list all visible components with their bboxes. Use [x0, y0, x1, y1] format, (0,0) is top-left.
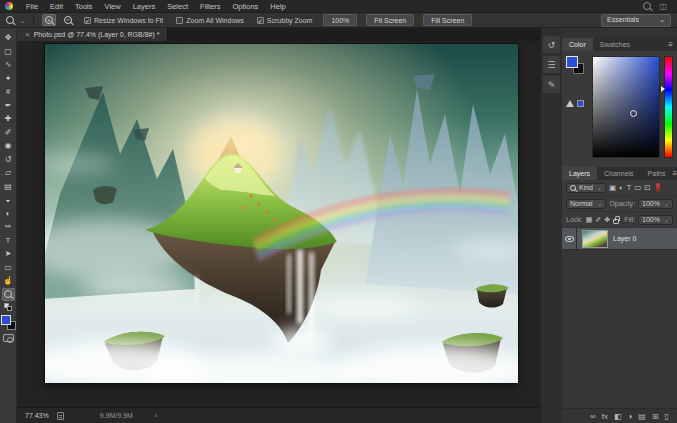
lock-transparency-icon[interactable]: ▦ [586, 216, 593, 224]
filter-pixel-layers-icon[interactable]: ▣ [609, 183, 616, 192]
libraries-panel-icon[interactable]: ✎ [543, 76, 560, 93]
tab-color[interactable]: Color [562, 38, 593, 51]
color-picker-cursor[interactable] [630, 110, 637, 117]
hue-slider-marker[interactable] [661, 86, 665, 92]
crop-tool[interactable]: # [2, 85, 15, 99]
lasso-tool[interactable]: ∿ [2, 58, 15, 72]
pasteboard[interactable] [17, 41, 541, 420]
tab-channels[interactable]: Channels [597, 167, 641, 180]
status-options-arrow-icon[interactable]: › [155, 411, 158, 420]
checkbox-box[interactable] [257, 17, 264, 24]
history-brush-tool[interactable]: ↺ [2, 153, 15, 167]
checkbox-box[interactable] [176, 17, 183, 24]
type-tool[interactable]: T [2, 234, 15, 248]
filter-smart-objects-icon[interactable]: ⊡ [644, 183, 650, 192]
panel-menu-icon[interactable]: ≡ [673, 167, 677, 180]
color-picker-field[interactable] [592, 56, 660, 158]
layer-effects-icon[interactable]: fx [602, 409, 608, 423]
zoom-out-button[interactable]: − [61, 14, 75, 26]
tab-layers[interactable]: Layers [562, 167, 597, 180]
canvas-image[interactable] [45, 44, 518, 383]
zoom-100-button[interactable]: 100% [323, 14, 357, 26]
fit-screen-button[interactable]: Fit Screen [366, 14, 414, 26]
new-group-icon[interactable]: ▤ [638, 409, 646, 423]
move-tool[interactable]: ✥ [2, 31, 15, 45]
dodge-tool[interactable]: ◐ [2, 207, 15, 221]
blend-mode-select[interactable]: Normal ⌄ [566, 199, 606, 209]
hue-slider[interactable] [664, 56, 673, 158]
clone-stamp-tool[interactable]: ◉ [2, 139, 15, 153]
quick-mask-icon[interactable] [3, 334, 14, 342]
filter-adjustment-layers-icon[interactable]: ◐ [619, 183, 624, 192]
lock-all-icon[interactable] [613, 219, 619, 224]
layer-thumbnail[interactable] [582, 230, 608, 248]
rectangle-tool[interactable]: ▭ [2, 261, 15, 275]
menu-tools[interactable]: Tools [69, 0, 99, 13]
panel-menu-icon[interactable]: ≡ [668, 38, 677, 51]
add-layer-mask-icon[interactable]: ◧ [614, 409, 622, 423]
zoom-in-button[interactable]: + [42, 14, 56, 26]
resize-windows-to-fit-checkbox[interactable]: Resize Windows to Fit [84, 17, 163, 24]
menu-filters[interactable]: Filters [194, 0, 226, 13]
quick-selection-tool[interactable]: ✦ [2, 72, 15, 86]
menu-options[interactable]: Options [226, 0, 264, 13]
opacity-select[interactable]: 100% ⌄ [638, 199, 673, 209]
filter-type-layers-icon[interactable]: T [627, 183, 632, 192]
lock-position-icon[interactable]: ✥ [604, 216, 610, 224]
foreground-color-swatch[interactable] [1, 315, 11, 325]
brush-tool[interactable]: ✐ [2, 126, 15, 140]
filter-shape-layers-icon[interactable]: ▭ [634, 183, 641, 192]
web-safe-color-icon[interactable] [577, 100, 584, 107]
history-panel-icon[interactable]: ↺ [543, 36, 560, 53]
delete-layer-icon[interactable]: ▯ [665, 409, 669, 423]
lock-row: Lock: ▦ ✐ ✥ Fill: 100% ⌄ [562, 212, 677, 228]
menu-view[interactable]: View [99, 0, 127, 13]
workspace-layout-icon[interactable]: ◫ [659, 2, 667, 11]
rectangular-marquee-tool[interactable]: ▢ [2, 45, 15, 59]
zoom-level-field[interactable]: 77.43% [25, 412, 49, 419]
pen-tool[interactable]: ✑ [2, 220, 15, 234]
blur-tool[interactable]: ◒ [2, 193, 15, 207]
zoom-tool[interactable] [2, 288, 15, 302]
zoom-tool-preset-icon[interactable] [6, 16, 14, 24]
tab-swatches[interactable]: Swatches [593, 38, 637, 51]
link-layers-icon[interactable]: ∞ [590, 409, 596, 423]
scrubby-zoom-checkbox[interactable]: Scrubby Zoom [257, 17, 313, 24]
healing-brush-tool[interactable]: ✚ [2, 112, 15, 126]
menu-edit[interactable]: Edit [44, 0, 69, 13]
fill-screen-button[interactable]: Fill Screen [423, 14, 472, 26]
menu-help[interactable]: Help [264, 0, 291, 13]
menu-select[interactable]: Select [161, 0, 194, 13]
close-icon[interactable]: × [25, 30, 30, 39]
properties-panel-icon[interactable]: ☰ [543, 56, 560, 73]
new-adjustment-layer-icon[interactable]: ◑ [627, 409, 632, 423]
checkbox-box[interactable] [84, 17, 91, 24]
layer-row[interactable]: Layer 0 [562, 228, 677, 250]
eraser-tool[interactable]: ▱ [2, 166, 15, 180]
new-layer-icon[interactable]: ⊞ [652, 409, 659, 423]
fill-select[interactable]: 100% ⌄ [638, 215, 673, 225]
search-icon[interactable] [643, 2, 651, 10]
filter-kind-select[interactable]: Kind ⌄ [566, 183, 606, 193]
path-selection-tool[interactable]: ➤ [2, 247, 15, 261]
workspace-switcher[interactable]: Essentials ⌄ [601, 14, 671, 27]
document-tab[interactable]: × Photo.psd @ 77.4% (Layer 0, RGB/8#) * [17, 28, 168, 41]
collapsed-panels-strip: ↺ ☰ ✎ [541, 28, 562, 423]
tool-preset-caret-icon[interactable]: ⌄ [20, 17, 25, 24]
gamut-warning-icon[interactable] [566, 100, 574, 107]
lock-pixels-icon[interactable]: ✐ [595, 216, 601, 224]
page-icon [57, 412, 64, 420]
hand-tool[interactable]: ☝ [2, 274, 15, 288]
tool-glyph: ∿ [5, 58, 12, 71]
gradient-tool[interactable]: ▤ [2, 180, 15, 194]
menu-layers[interactable]: Layers [127, 0, 162, 13]
zoom-all-windows-checkbox[interactable]: Zoom All Windows [176, 17, 244, 24]
foreground-color-swatch[interactable] [566, 56, 578, 68]
menu-file[interactable]: File [20, 0, 44, 13]
menu-bar: File Edit Tools View Layers Select Filte… [0, 0, 677, 13]
tab-paths[interactable]: Paths [641, 167, 673, 180]
default-colors-icon[interactable] [4, 303, 12, 311]
visibility-toggle[interactable] [562, 228, 577, 250]
eyedropper-tool[interactable]: ✒ [2, 99, 15, 113]
filter-pin-toggle[interactable] [656, 183, 660, 192]
